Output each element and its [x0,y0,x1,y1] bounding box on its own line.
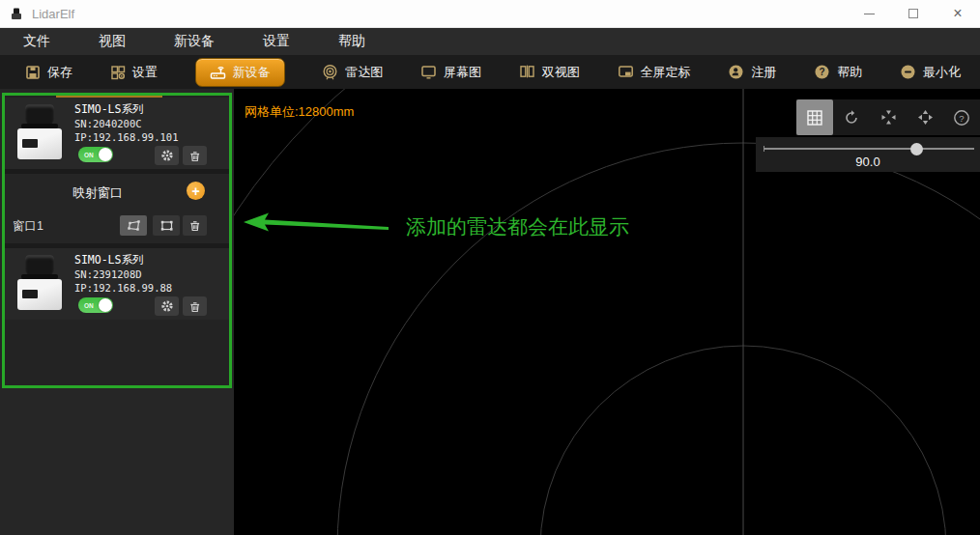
screen-view-button[interactable]: 屏幕图 [420,64,481,81]
window-title: LidarElf [32,7,74,21]
register-button[interactable]: 注册 [728,64,776,81]
add-mapping-window-button[interactable]: + [187,182,205,200]
menu-file[interactable]: 文件 [23,33,50,50]
arrows-outward-icon [917,109,934,126]
trash-icon [188,219,201,232]
pan-arrows-button[interactable] [907,99,943,135]
toggle-on-label: ON [84,152,94,158]
device-ip: IP:192.168.99.88 [74,281,172,295]
rect-region-icon [159,218,174,233]
menu-settings[interactable]: 设置 [263,33,290,50]
device-settings-button[interactable] [155,146,179,165]
screen-view-icon [420,64,437,80]
svg-text:?: ? [959,112,964,123]
help-button[interactable]: ? 帮助 [814,64,862,81]
window-maximize-button[interactable] [891,0,936,27]
mapping-window-row[interactable]: 窗口1 [5,209,229,243]
mapping-section-title: 映射窗口 [72,184,123,202]
device-serial: SN:2391208D [74,268,172,281]
gear-icon [160,299,174,313]
quad-select-button[interactable] [120,215,147,236]
canvas-help-button[interactable]: ? [943,99,980,135]
device-card-1[interactable]: SIMO-LS系列 SN:2040200C IP:192.168.99.101 … [5,98,229,169]
maximize-icon [908,9,918,18]
svg-text:?: ? [820,67,825,77]
grid-unit-label: 网格单位:12800mm [245,103,354,121]
fullscreen-calibration-label: 全屏定标 [641,64,691,81]
view-angle-slider-panel: 90.0 [756,137,980,172]
toggle-on-label: ON [84,302,94,309]
plus-icon: + [191,183,199,199]
new-device-icon [210,64,226,80]
register-icon [728,64,744,80]
close-icon: × [953,6,962,21]
trash-icon [188,150,201,162]
fullscreen-calibration-button[interactable]: 全屏定标 [618,64,691,81]
settings-label: 设置 [132,64,158,81]
menu-bar: 文件 视图 新设备 设置 帮助 [0,28,980,55]
help-label: 帮助 [837,64,862,81]
device-power-toggle[interactable]: ON [78,297,113,313]
rotate-view-button[interactable] [833,99,870,135]
minimize-label: 最小化 [923,64,961,81]
device-power-toggle[interactable]: ON [78,147,113,162]
menu-view[interactable]: 视图 [99,33,126,50]
arrows-inward-icon [880,109,897,126]
annotation-arrow-icon [242,209,396,238]
device-ip: IP:192.168.99.101 [74,130,178,144]
mapping-window-delete-button[interactable] [183,215,207,236]
help-icon: ? [814,64,830,80]
rect-select-button[interactable] [153,215,180,236]
view-tools-toolbar: ? [796,99,980,135]
lidar-device-image [14,104,65,162]
device-sidebar: SIMO-LS系列 SN:2040200C IP:192.168.99.101 … [0,89,234,535]
toggle-knob [99,148,112,161]
dual-view-icon [519,64,535,80]
mapping-window-section: 映射窗口 + 窗口1 [5,174,229,243]
device-list-panel: SIMO-LS系列 SN:2040200C IP:192.168.99.101 … [2,93,232,388]
menu-new-device[interactable]: 新设备 [174,33,215,50]
window-minimize-button[interactable] [847,0,891,27]
dual-view-button[interactable]: 双视图 [519,64,580,81]
lidar-device-image [14,255,65,313]
radar-view-icon [322,64,338,80]
new-device-button[interactable]: 新设备 [195,58,285,87]
toggle-knob [99,298,112,312]
slider-value: 90.0 [756,155,980,169]
gear-icon [160,149,174,162]
zoom-in-arrows-button[interactable] [870,99,907,135]
save-button[interactable]: 保存 [25,64,72,81]
dual-view-label: 双视图 [542,64,580,81]
radar-view-label: 雷达图 [345,64,383,81]
main-toolbar: 保存 设置 新设备 雷达图 屏幕图 双视图 全屏定标 [0,55,980,89]
slider-track[interactable] [764,148,974,150]
window-close-button[interactable]: × [936,0,980,27]
rotate-icon [843,109,860,127]
screen-view-label: 屏幕图 [444,64,481,81]
radar-canvas[interactable]: 网格单位:12800mm 添加的雷达都会在此显示 ? [234,89,980,535]
save-icon [25,65,41,80]
device-model: SIMO-LS系列 [74,253,172,268]
settings-button[interactable]: 设置 [110,64,158,81]
device-card-2[interactable]: SIMO-LS系列 SN:2391208D IP:192.168.99.88 O… [5,248,229,320]
quad-region-icon [127,218,141,233]
grid-view-button[interactable] [796,99,833,135]
device-model: SIMO-LS系列 [74,102,178,117]
radar-view-button[interactable]: 雷达图 [322,64,383,81]
minimize-app-button[interactable]: 最小化 [900,64,961,81]
device-settings-button[interactable] [155,296,179,316]
device-delete-button[interactable] [183,146,207,165]
mapping-window-label: 窗口1 [13,218,43,235]
register-label: 注册 [751,64,776,81]
minimize-icon [864,14,875,14]
menu-help[interactable]: 帮助 [338,33,365,50]
fullscreen-calibration-icon [618,64,634,80]
settings-icon [110,65,126,80]
annotation-text: 添加的雷达都会在此显示 [406,213,629,240]
device-delete-button[interactable] [183,296,207,316]
save-label: 保存 [47,64,72,81]
title-bar: LidarElf × [0,0,980,28]
device-serial: SN:2040200C [74,117,178,130]
new-device-label: 新设备 [233,64,271,81]
trash-icon [188,300,201,313]
